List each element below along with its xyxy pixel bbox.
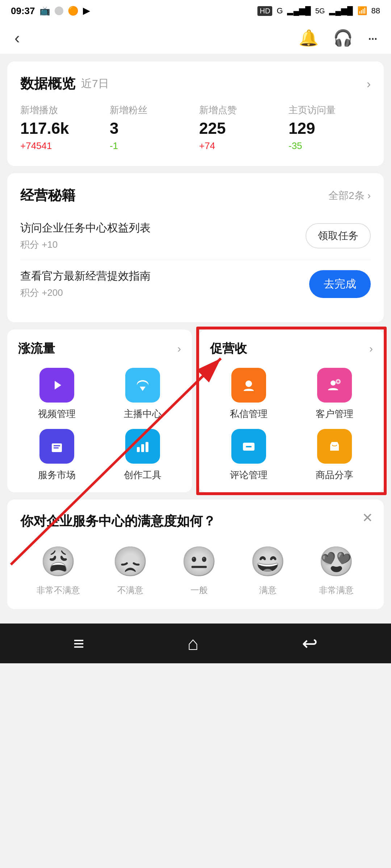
survey-title: 你对企业服务中心的满意度如何？ (20, 512, 371, 530)
nav-menu-icon[interactable]: ≡ (73, 633, 84, 654)
app-icon-other1: 🟠 (68, 6, 79, 16)
stat-item-1: 新增粉丝 3 -1 (110, 104, 192, 152)
host-center-icon (125, 368, 160, 403)
traffic-arrow[interactable]: › (177, 342, 181, 355)
very-satisfied-emoji: 😍 (318, 545, 354, 579)
func-item-video-mgmt[interactable]: 视频管理 (18, 368, 95, 420)
svg-rect-16 (325, 376, 344, 395)
neutral-label: 一般 (190, 584, 208, 596)
more-options-button[interactable]: ··· (367, 29, 377, 47)
stats-grid: 新增播放 117.6k +74541 新增粉丝 3 -1 新增点赞 225 +7… (20, 104, 371, 152)
traffic-title: 涨流量 (18, 340, 55, 357)
data-overview-arrow[interactable]: › (367, 77, 371, 91)
promote-revenue-title: 促营收 (210, 340, 247, 357)
video-mgmt-label: 视频管理 (38, 408, 76, 420)
mission-text-1: 查看官方最新经营提效指南 (20, 269, 151, 284)
svg-rect-13 (146, 442, 148, 452)
status-time: 09:37 (11, 5, 35, 17)
emoji-very-unsatisfied[interactable]: 😩 非常不满意 (37, 545, 80, 596)
promote-revenue-arrow[interactable]: › (369, 342, 373, 355)
bottom-nav: ≡ ⌂ ↩ (0, 624, 391, 663)
emoji-very-satisfied[interactable]: 😍 非常满意 (318, 545, 354, 596)
func-item-customer-mgmt[interactable]: 客户管理 (296, 368, 373, 420)
product-share-icon (317, 429, 352, 464)
emoji-unsatisfied[interactable]: 😞 不满意 (112, 545, 148, 596)
missions-all[interactable]: 全部2条 › (328, 189, 371, 203)
mission-text-0: 访问企业任务中心权益列表 (20, 221, 151, 235)
comment-mgmt-icon (231, 429, 266, 464)
signal-g: G (277, 6, 283, 16)
data-overview-card: 数据概览 近7日 › 新增播放 117.6k +74541 新增粉丝 3 -1 … (7, 61, 384, 166)
service-market-icon (39, 429, 74, 464)
satisfied-label: 满意 (259, 584, 277, 596)
stat-item-2: 新增点赞 225 +74 (199, 104, 281, 152)
data-overview-subtitle: 近7日 (81, 76, 109, 91)
func-item-product-share[interactable]: 商品分享 (296, 429, 373, 481)
stat-change-3: -35 (289, 140, 371, 152)
missions-card: 经营秘籍 全部2条 › 访问企业任务中心权益列表 积分 +10 领取任务 查看官… (7, 173, 384, 322)
claim-task-button-0[interactable]: 领取任务 (306, 223, 371, 248)
hd-badge: HD (257, 6, 272, 16)
nav-home-icon[interactable]: ⌂ (187, 633, 198, 654)
signal-5g: 5G (315, 7, 325, 15)
stat-value-0: 117.6k (20, 119, 102, 137)
status-right: HD G ▂▄▆█ 5G ▂▄▆█ 📶 88 (257, 6, 380, 16)
creation-tools-icon (125, 429, 160, 464)
svg-rect-9 (54, 447, 59, 448)
unsatisfied-label: 不满意 (117, 584, 143, 596)
top-nav: ‹ 🔔 🎧 ··· (0, 22, 391, 54)
stat-label-2: 新增点赞 (199, 104, 281, 116)
creation-tools-label: 创作工具 (124, 469, 161, 481)
svg-rect-8 (54, 445, 60, 446)
survey-card: ✕ 你对企业服务中心的满意度如何？ 😩 非常不满意 😞 不满意 😐 一般 😄 满 (7, 499, 384, 609)
func-item-comment-mgmt[interactable]: 评论管理 (210, 429, 287, 481)
satisfied-emoji: 😄 (250, 545, 286, 579)
mission-points-1: 积分 +200 (20, 286, 151, 299)
svg-rect-23 (246, 446, 252, 447)
func-item-dm-mgmt[interactable]: 私信管理 (210, 368, 287, 420)
notification-bell-icon[interactable]: 🔔 (299, 29, 319, 47)
video-mgmt-icon (39, 368, 74, 403)
dm-mgmt-label: 私信管理 (230, 408, 268, 420)
comment-mgmt-label: 评论管理 (230, 469, 268, 481)
stat-change-1: -1 (110, 140, 192, 152)
func-item-service-market[interactable]: 服务市场 (18, 429, 95, 481)
headset-icon[interactable]: 🎧 (333, 29, 353, 47)
back-button[interactable]: ‹ (14, 29, 20, 47)
svg-rect-11 (137, 447, 140, 452)
stat-label-1: 新增粉丝 (110, 104, 192, 116)
neutral-emoji: 😐 (181, 545, 217, 579)
wifi-icon: 📶 (357, 6, 367, 16)
very-unsatisfied-label: 非常不满意 (37, 584, 80, 596)
stat-item-3: 主页访问量 129 -35 (289, 104, 371, 152)
stat-value-2: 225 (199, 119, 281, 137)
stat-label-3: 主页访问量 (289, 104, 371, 116)
survey-close-button[interactable]: ✕ (362, 510, 373, 526)
very-unsatisfied-emoji: 😩 (40, 545, 76, 579)
host-center-label: 主播中心 (124, 408, 161, 420)
mission-item-1: 查看官方最新经营提效指南 积分 +200 去完成 (20, 260, 371, 308)
signal-bars-5g: ▂▄▆█ (329, 6, 353, 16)
func-item-creation-tools[interactable]: 创作工具 (104, 429, 181, 481)
service-market-label: 服务市场 (38, 469, 76, 481)
func-item-host-center[interactable]: 主播中心 (104, 368, 181, 420)
promote-grid: 私信管理 客户管 (210, 368, 373, 481)
stat-change-2: +74 (199, 140, 281, 152)
app-icon-iqiyi: 📺 (39, 6, 50, 16)
emoji-neutral[interactable]: 😐 一般 (181, 545, 217, 596)
svg-rect-12 (141, 444, 144, 452)
unsatisfied-emoji: 😞 (112, 545, 148, 579)
svg-point-15 (245, 380, 252, 387)
svg-point-17 (331, 380, 336, 386)
emoji-row: 😩 非常不满意 😞 不满意 😐 一般 😄 满意 😍 非常满意 (20, 545, 371, 596)
stat-value-3: 129 (289, 119, 371, 137)
stat-label-0: 新增播放 (20, 104, 102, 116)
emoji-satisfied[interactable]: 😄 满意 (250, 545, 286, 596)
nav-back-icon[interactable]: ↩ (302, 633, 318, 654)
traffic-grid: 视频管理 主播中心 (18, 368, 181, 481)
stat-change-0: +74541 (20, 140, 102, 152)
customer-mgmt-label: 客户管理 (316, 408, 353, 420)
data-overview-title: 数据概览 (20, 75, 75, 93)
complete-task-button-1[interactable]: 去完成 (309, 270, 371, 298)
main-content: 数据概览 近7日 › 新增播放 117.6k +74541 新增粉丝 3 -1 … (0, 54, 391, 616)
